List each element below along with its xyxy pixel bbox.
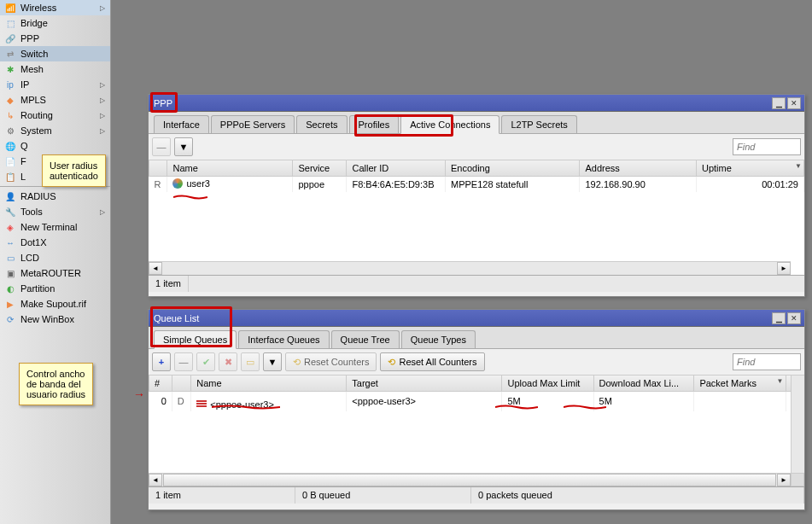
menu-icon: ⇄ <box>3 48 17 60</box>
find-input[interactable] <box>733 138 801 155</box>
remove-button[interactable]: — <box>174 352 193 371</box>
ppp-status-text: 1 item <box>149 276 189 292</box>
find-input[interactable] <box>733 353 801 370</box>
sidebar-label: LCD <box>20 253 107 263</box>
tab-pppoe-servers[interactable]: PPPoE Servers <box>211 115 295 133</box>
close-button[interactable]: ✕ <box>787 312 801 324</box>
row-marks <box>694 391 786 411</box>
row-address: 192.168.90.90 <box>580 176 697 192</box>
sidebar-item-routing[interactable]: ↳Routing▷ <box>0 108 110 123</box>
row-name-cell: user3 <box>167 176 293 192</box>
sidebar-label: System <box>20 125 100 136</box>
sidebar-item-switch[interactable]: ⇄Switch <box>0 46 110 61</box>
user-icon <box>172 178 183 189</box>
chevron-right-icon: ▷ <box>100 4 105 12</box>
sidebar-label: Tools <box>20 207 100 217</box>
tab-profiles[interactable]: Profiles <box>349 115 400 133</box>
minimize-button[interactable]: ▁ <box>772 97 786 109</box>
enable-button[interactable]: ✔ <box>196 352 215 371</box>
col-address[interactable]: Address <box>580 160 697 176</box>
queue-title-bar[interactable]: Queue List ▁ ✕ <box>149 310 804 327</box>
tab-simple-queues[interactable]: Simple Queues <box>154 330 237 349</box>
col-encoding[interactable]: Encoding <box>445 160 580 176</box>
menu-icon: 📋 <box>3 171 17 183</box>
table-row[interactable]: 0 D <pppoe-user3> <pppoe-user3> 5M 5M 5 <box>149 391 804 411</box>
sidebar-item-radius[interactable]: 👤RADIUS <box>0 189 110 204</box>
tab-active-connections[interactable]: Active Connections <box>400 115 499 134</box>
sidebar-item-new-terminal[interactable]: ◈New Terminal <box>0 219 110 235</box>
row-name: user3 <box>186 178 210 189</box>
callout-user-radius: User radius autenticado <box>42 154 106 187</box>
disable-button[interactable]: ✖ <box>219 352 237 371</box>
sidebar-label: New WinBox <box>20 314 107 324</box>
tab-secrets[interactable]: Secrets <box>296 115 347 133</box>
sidebar-item-lcd[interactable]: ▭LCD <box>0 250 110 265</box>
ppp-title-bar[interactable]: PPP ▁ ✕ <box>149 95 804 112</box>
queue-table[interactable]: #NameTargetUpload Max LimitDownload Max … <box>149 376 804 486</box>
h-scrollbar[interactable]: ◄► <box>149 261 791 275</box>
reset-counters-button[interactable]: ⟲Reset Counters <box>285 352 377 371</box>
sidebar-item-mesh[interactable]: ✱Mesh <box>0 61 110 77</box>
sidebar-item-q[interactable]: 🌐Q <box>0 138 110 154</box>
v-scrollbar[interactable] <box>791 376 804 486</box>
sidebar-item-bridge[interactable]: ⬚Bridge <box>0 15 110 31</box>
chevron-right-icon: ▷ <box>100 208 105 216</box>
status-queued-bytes: 0 B queued <box>295 487 471 504</box>
sidebar-item-metarouter[interactable]: ▣MetaROUTER <box>0 265 110 281</box>
status-queued-packets: 0 packets queued <box>471 487 804 504</box>
h-scrollbar[interactable]: ◄► <box>149 473 791 486</box>
sidebar-item-mpls[interactable]: ◆MPLS▷ <box>0 92 110 108</box>
queue-icon <box>196 400 207 409</box>
sidebar-label: RADIUS <box>20 191 107 201</box>
menu-icon: 👤 <box>3 190 17 202</box>
sidebar-item-system[interactable]: ⚙System▷ <box>0 123 110 138</box>
menu-icon: ⚙ <box>3 125 17 137</box>
sidebar-item-ppp[interactable]: 🔗PPP <box>0 31 110 46</box>
sidebar-item-dot1x[interactable]: ↔Dot1X <box>0 235 110 250</box>
sidebar-item-wireless[interactable]: 📶Wireless▷ <box>0 0 110 15</box>
comment-button[interactable]: ▭ <box>241 352 260 371</box>
tab-interface-queues[interactable]: Interface Queues <box>238 330 329 348</box>
col-uptime[interactable]: Uptime▼ <box>696 160 803 176</box>
close-button[interactable]: ✕ <box>787 97 801 109</box>
sidebar-label: Make Supout.rif <box>20 299 107 309</box>
remove-button[interactable]: — <box>152 137 171 156</box>
filter-button[interactable]: ▼ <box>174 137 193 156</box>
ppp-table[interactable]: NameServiceCaller IDEncodingAddressUptim… <box>149 160 804 275</box>
sidebar-label: MPLS <box>20 95 100 105</box>
col-flag[interactable] <box>172 376 190 391</box>
col-#[interactable]: # <box>149 376 172 391</box>
add-button[interactable]: + <box>152 352 171 371</box>
table-row[interactable]: R user3 pppoe F8:B4:6A:E5:D9:3B MPPE128 … <box>149 176 804 192</box>
row-flag: D <box>172 391 190 411</box>
tab-l2tp-secrets[interactable]: L2TP Secrets <box>501 115 576 133</box>
tab-queue-tree[interactable]: Queue Tree <box>331 330 400 348</box>
sidebar-label: Partition <box>20 283 107 294</box>
col-name[interactable]: Name <box>191 376 347 391</box>
sidebar-label: Mesh <box>20 64 107 74</box>
tab-interface[interactable]: Interface <box>154 115 209 133</box>
col-upload-max-limit[interactable]: Upload Max Limit <box>502 376 593 391</box>
tab-queue-types[interactable]: Queue Types <box>401 330 476 348</box>
filter-button[interactable]: ▼ <box>263 352 282 371</box>
reset-all-counters-button[interactable]: ⟲Reset All Counters <box>380 352 484 371</box>
menu-icon: ⬚ <box>3 17 17 29</box>
row-encoding: MPPE128 statefull <box>445 176 580 192</box>
sidebar-item-make-supout.rif[interactable]: ▶Make Supout.rif <box>0 296 110 311</box>
ppp-title: PPP <box>152 98 772 108</box>
callout-bandwidth: Control ancho de banda del usuario radiu… <box>19 363 93 405</box>
col-target[interactable]: Target <box>347 376 502 391</box>
chevron-right-icon: ▷ <box>100 81 105 89</box>
row-num: 0 <box>149 391 172 411</box>
sidebar-item-tools[interactable]: 🔧Tools▷ <box>0 204 110 219</box>
sidebar-item-new-winbox[interactable]: ⟳New WinBox <box>0 311 110 327</box>
col-download-max-li-[interactable]: Download Max Li... <box>593 376 694 391</box>
col-caller-id[interactable]: Caller ID <box>347 160 446 176</box>
col-service[interactable]: Service <box>293 160 347 176</box>
sidebar-item-partition[interactable]: ◐Partition <box>0 281 110 296</box>
sidebar-item-ip[interactable]: ipIP▷ <box>0 77 110 92</box>
col-name[interactable]: Name <box>167 160 293 176</box>
minimize-button[interactable]: ▁ <box>772 312 786 324</box>
col-packet-marks[interactable]: Packet Marks▼ <box>694 376 786 391</box>
ppp-window: PPP ▁ ✕ InterfacePPPoE ServersSecretsPro… <box>148 94 805 297</box>
